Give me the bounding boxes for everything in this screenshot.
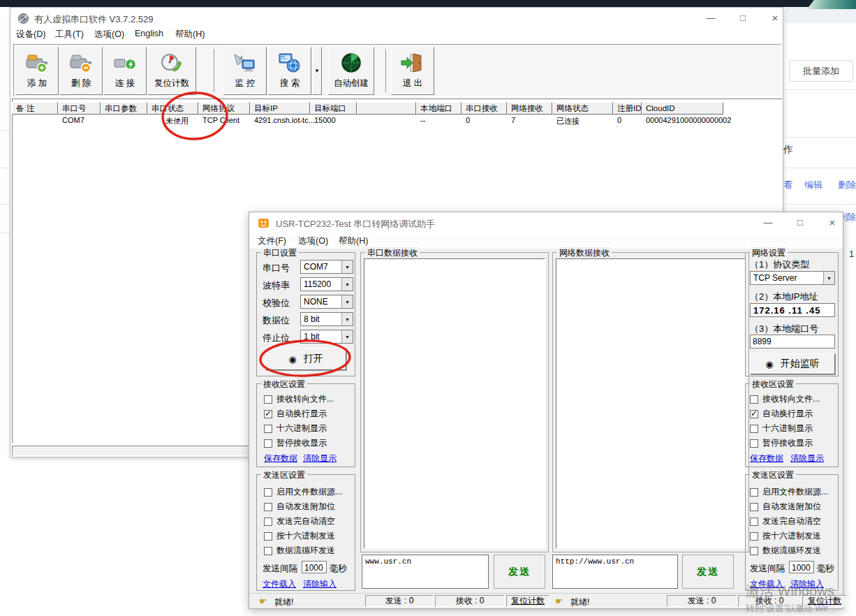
toolbar-search-button[interactable]: 搜 索: [268, 47, 311, 95]
checkbox-file-data-source[interactable]: ✓ 启用文件数据源...: [750, 486, 828, 498]
send-interval-input[interactable]: 1000: [789, 561, 814, 573]
send-interval-input[interactable]: 1000: [302, 561, 327, 573]
page-delete-link[interactable]: 删除: [838, 179, 856, 191]
toolbar-add-button[interactable]: 添 加: [15, 47, 59, 95]
col-header-serial-status[interactable]: 串口状态: [147, 102, 198, 115]
checkbox-clear-after-send[interactable]: ✓ 发送完自动清空: [264, 515, 335, 527]
reset-counter-icon: [159, 47, 184, 78]
minimize-button[interactable]: —: [758, 216, 778, 230]
clear-display-link[interactable]: 清除显示: [790, 453, 824, 464]
col-header-serial-rx[interactable]: 串口接收: [462, 102, 507, 115]
serial-reset-count-button[interactable]: 复位计数: [506, 595, 549, 607]
clear-display-link[interactable]: 清除显示: [303, 453, 337, 464]
checkbox-loop-send[interactable]: ✓ 数据流循环发送: [750, 545, 821, 557]
menu-help[interactable]: 帮助(H): [339, 235, 368, 247]
checkbox-recv-to-file[interactable]: ✓ 接收转向文件...: [264, 393, 334, 405]
clear-input-link[interactable]: 清除输入: [303, 578, 337, 590]
checkbox-pause-recv[interactable]: ✓ 暂停接收显示: [750, 437, 813, 449]
serial-send-button[interactable]: 发送: [494, 555, 545, 589]
device-table-row[interactable]: COM7 未使用 TCP Client 4291.cnsh.iot-tc... …: [12, 116, 723, 127]
start-listen-button[interactable]: ◉ 开始监听: [750, 353, 835, 374]
chevron-down-icon[interactable]: ▼: [341, 330, 353, 343]
stop-bits-select[interactable]: 1 bit ▼: [300, 330, 353, 344]
menu-options[interactable]: 选项(O): [298, 235, 328, 247]
parity-select[interactable]: NONE ▼: [300, 295, 353, 309]
checkbox-auto-newline[interactable]: ✓ 自动换行显示: [264, 408, 327, 420]
network-reset-count-button[interactable]: 复位计数: [802, 595, 847, 607]
chevron-down-icon[interactable]: ▼: [341, 295, 353, 308]
menu-options[interactable]: 选项(O): [94, 29, 124, 41]
data-bits-select[interactable]: 8 bit ▼: [300, 312, 353, 326]
col-header-cloud-id[interactable]: CloudID: [642, 102, 723, 115]
menu-tools[interactable]: 工具(T): [55, 29, 84, 41]
checkbox-auto-send-addons[interactable]: ✓ 自动发送附加位: [750, 501, 821, 513]
network-receive-textarea[interactable]: [556, 258, 746, 549]
toolbar-connect-button[interactable]: 连 接: [103, 47, 147, 95]
chevron-down-icon[interactable]: ▼: [341, 278, 353, 291]
network-send-button[interactable]: 发送: [682, 555, 734, 589]
col-header-serial-params[interactable]: 串口参数: [101, 102, 147, 115]
menu-file[interactable]: 文件(F): [258, 235, 286, 247]
load-file-link[interactable]: 文件载入: [263, 578, 296, 590]
checkbox-clear-after-send[interactable]: ✓ 发送完自动清空: [750, 515, 821, 527]
checkbox-hex-display[interactable]: ✓ 十六进制显示: [750, 423, 813, 434]
toolbar-auto-create-button[interactable]: 自动创建: [328, 47, 374, 95]
toolbar-monitor-button[interactable]: 监 控: [223, 47, 267, 95]
serial-send-input[interactable]: www.usr.cn: [362, 555, 489, 589]
toolbar-exit-button[interactable]: 退 出: [391, 47, 434, 95]
checkbox-auto-newline[interactable]: ✓ 自动换行显示: [750, 408, 813, 420]
col-header-local-port[interactable]: 本地端口: [416, 102, 462, 115]
test-titlebar[interactable]: USR-TCP232-Test 串口转网络调试助手 — □ ×: [249, 212, 843, 233]
col-header-protocol[interactable]: 网络协议: [198, 102, 250, 115]
local-port-input[interactable]: 8899: [750, 335, 835, 349]
protocol-type-select[interactable]: TCP Server ▼: [750, 271, 835, 285]
col-header-register-id[interactable]: 注册ID: [613, 102, 642, 115]
maximize-button[interactable]: □: [732, 11, 753, 25]
page-view-link[interactable]: 看: [783, 179, 792, 191]
save-data-link[interactable]: 保存数据: [264, 453, 297, 464]
col-header-target-ip[interactable]: 目标IP: [250, 102, 310, 115]
chevron-down-icon[interactable]: ▼: [341, 261, 353, 273]
checkbox-hex-display[interactable]: ✓ 十六进制显示: [264, 423, 327, 434]
checkbox-send-as-hex[interactable]: ✓ 按十六进制发送: [264, 530, 335, 542]
page-divider: [0, 204, 9, 205]
checkbox-loop-send[interactable]: ✓ 数据流循环发送: [264, 545, 335, 557]
checkbox-file-data-source[interactable]: ✓ 启用文件数据源...: [264, 486, 342, 498]
col-header-com-port[interactable]: 串口号: [58, 102, 101, 115]
cell-target-port: 15000: [310, 116, 416, 127]
open-serial-button[interactable]: ◉ 打开: [265, 348, 346, 370]
chevron-down-icon[interactable]: ▼: [341, 313, 353, 325]
menu-english[interactable]: English: [135, 29, 163, 38]
search-dropdown-arrow[interactable]: ▼: [312, 47, 322, 95]
com-port-select[interactable]: COM7 ▼: [300, 260, 353, 274]
page-edit-link[interactable]: 编辑: [804, 179, 822, 191]
menu-help[interactable]: 帮助(H): [175, 29, 205, 41]
network-send-input[interactable]: http://www.usr.cn: [552, 555, 678, 589]
vsp-titlebar[interactable]: 有人虚拟串口软件 V3.7.2.529 — □ ×: [10, 8, 783, 29]
local-ip-input[interactable]: 172.16 .11 .45: [750, 303, 835, 317]
maximize-button[interactable]: □: [790, 216, 811, 230]
save-data-link[interactable]: 保存数据: [750, 453, 783, 464]
close-button[interactable]: ×: [822, 216, 843, 230]
col-header-net-rx[interactable]: 网络接收: [507, 102, 552, 115]
checkbox-pause-recv[interactable]: ✓ 暂停接收显示: [264, 437, 327, 449]
minimize-button[interactable]: —: [700, 11, 721, 25]
batch-add-button[interactable]: 批量添加: [789, 60, 853, 82]
checkbox-recv-to-file[interactable]: ✓ 接收转向文件...: [750, 393, 820, 405]
cell-com-port: COM7: [58, 116, 101, 127]
col-header-remark[interactable]: 备 注: [12, 102, 58, 115]
baud-rate-select[interactable]: 115200 ▼: [300, 277, 353, 291]
recv-settings-group-network: 接收区设置 ✓ 接收转向文件... ✓ 自动换行显示 ✓ 十六进制显示 ✓ 暂停…: [745, 383, 839, 467]
serial-receive-textarea[interactable]: [364, 258, 545, 549]
chevron-down-icon[interactable]: ▼: [823, 272, 834, 284]
menu-device[interactable]: 设备(D): [16, 29, 45, 41]
toolbar-delete-button[interactable]: 删 除: [59, 47, 103, 95]
clear-input-link[interactable]: 清除输入: [790, 578, 824, 590]
col-header-net-status[interactable]: 网络状态: [552, 102, 613, 115]
close-button[interactable]: ×: [765, 11, 785, 25]
checkbox-send-as-hex[interactable]: ✓ 按十六进制发送: [750, 530, 821, 542]
checkbox-auto-send-addons[interactable]: ✓ 自动发送附加位: [264, 501, 335, 513]
toolbar-reset-count-button[interactable]: 复位计数: [147, 47, 196, 95]
load-file-link[interactable]: 文件载入: [750, 578, 783, 590]
col-header-target-port[interactable]: 目标端口: [310, 102, 357, 115]
